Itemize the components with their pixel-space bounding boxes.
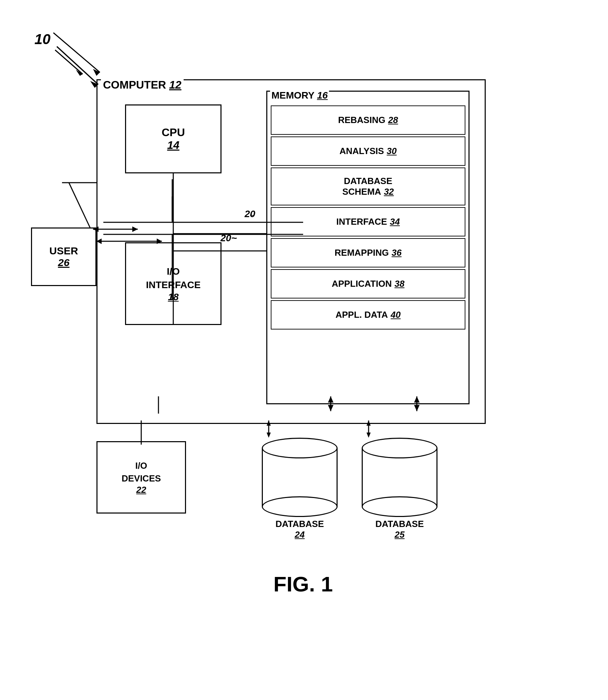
io-devices-box: I/ODEVICES 22 [96, 441, 186, 514]
cpu-label: CPU [162, 126, 185, 139]
memory-row-db-schema: DATABASE SCHEMA 32 [271, 168, 465, 205]
database-25-number: 25 [362, 529, 437, 540]
bus-number: 20~ [220, 233, 237, 244]
io-interface-number: 18 [168, 292, 178, 303]
io-interface-label: I/OINTERFACE [146, 265, 201, 292]
svg-marker-33 [367, 433, 371, 438]
cpu-number: 14 [167, 139, 179, 152]
database-24-label: DATABASE [262, 519, 338, 529]
memory-row-analysis: ANALYSIS 30 [271, 136, 465, 166]
memory-row-remapping: REMAPPING 36 [271, 238, 465, 267]
database-25-label: DATABASE [362, 519, 437, 529]
memory-box: MEMORY 16 REBASING 28 ANALYSIS 30 DATABA… [266, 91, 470, 404]
svg-line-19 [55, 50, 83, 74]
figure-label: FIG. 1 [274, 572, 333, 596]
database-25-cylinder [362, 438, 437, 517]
io-interface-box: I/OINTERFACE 18 [125, 242, 221, 325]
computer-box: COMPUTER 12 CPU 14 I/OINTERFACE 18 MEMOR… [96, 79, 486, 424]
database-24-number: 24 [262, 529, 338, 540]
user-box: USER 26 [31, 227, 96, 286]
svg-marker-30 [267, 433, 271, 438]
memory-row-interface: INTERFACE 34 [271, 207, 465, 236]
database-24-container: DATABASE 24 [262, 438, 338, 540]
memory-row-rebasing: REBASING 28 [271, 105, 465, 135]
computer-label: COMPUTER 12 [101, 79, 184, 91]
memory-row-appl-data: APPL. DATA 40 [271, 300, 465, 329]
database-24-cylinder [262, 438, 338, 517]
user-label: USER [49, 245, 78, 257]
io-devices-number: 22 [136, 485, 146, 495]
user-number: 26 [58, 257, 69, 268]
database-25-container: DATABASE 25 [362, 438, 437, 540]
memory-row-application: APPLICATION 38 [271, 269, 465, 298]
io-devices-label: I/ODEVICES [122, 459, 161, 485]
memory-label: MEMORY 16 [270, 90, 329, 101]
cpu-box: CPU 14 [125, 104, 221, 173]
